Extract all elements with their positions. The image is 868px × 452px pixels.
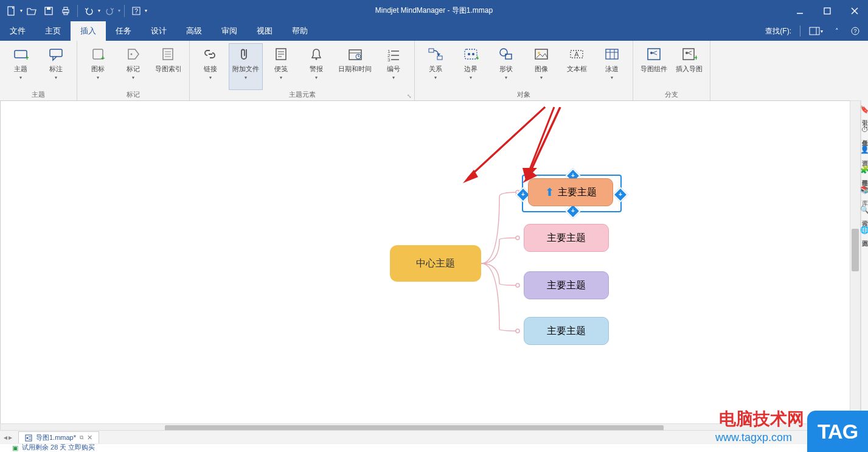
document-tab[interactable]: 导图1.mmap* ⧉ ✕ [18, 431, 99, 443]
insertmap-button[interactable]: +插入导图 [672, 43, 706, 90]
find-label[interactable]: 查找(F): [762, 21, 795, 41]
relation-button[interactable]: 关系▾ [418, 43, 453, 90]
ribbon-button-label: 图标▾ [91, 65, 105, 82]
svg-line-66 [688, 53, 692, 55]
help-button[interactable]: ? ▾ [128, 3, 147, 19]
taskpane-toggle[interactable]: ▾ [805, 21, 827, 41]
index-button[interactable]: 导图索引 [151, 43, 186, 90]
svg-text:?: ? [134, 8, 138, 15]
tab-help[interactable]: 帮助 [282, 21, 318, 41]
tab-review[interactable]: 审阅 [212, 21, 247, 41]
subtopic-label: 主要主题 [547, 232, 586, 245]
svg-text:+: + [694, 54, 697, 61]
help-corner-button[interactable]: ? [847, 21, 863, 41]
side-tab-3[interactable]: 🧩导图组件 [861, 161, 868, 181]
side-tab-0[interactable]: 🔖索引 [861, 100, 868, 120]
canvas[interactable]: 中心主题 ⬆ 主要主题 主要主题 主要主题 主要主题 [0, 100, 851, 425]
tab-task[interactable]: 任务 [106, 21, 141, 41]
attachment-button[interactable]: 附加文件▾ [229, 43, 263, 90]
dialog-launcher-icon[interactable]: ⤡ [407, 93, 412, 99]
tab-next-button[interactable]: ▸ [9, 433, 12, 442]
swimlane-icon [603, 46, 620, 63]
save-button[interactable] [41, 3, 57, 19]
central-topic-node[interactable]: 中心主题 [390, 245, 481, 282]
ribbon-group-0: +主题▾标注▾主题 [0, 41, 77, 100]
svg-rect-43 [437, 56, 442, 60]
quick-access-toolbar: ▾ ▾ ▾ ? ▾ [0, 0, 147, 21]
svg-marker-44 [437, 54, 440, 56]
tab-design[interactable]: 设计 [141, 21, 176, 41]
ribbon-button-label: 标注▾ [49, 65, 63, 82]
side-tab-5[interactable]: 🔍搜索 [861, 201, 868, 221]
new-doc-button[interactable]: ▾ [4, 3, 23, 19]
doc-tab-popout-icon[interactable]: ⧉ [80, 434, 83, 441]
subtopic-node-4[interactable]: 主要主题 [524, 317, 609, 345]
textbox-icon: A [568, 46, 585, 63]
boundary-button[interactable]: +边界▾ [454, 43, 488, 90]
image-button[interactable]: 图像▾ [524, 43, 558, 90]
doc-tabs-nav: ◂ ▸ [0, 433, 16, 442]
notes-button[interactable]: 便笺▾ [264, 43, 298, 90]
alert-button[interactable]: 警报▾ [299, 43, 333, 90]
mapparts-button[interactable]: 导图组件 [637, 43, 671, 90]
vertical-scrollbar[interactable] [850, 100, 861, 425]
ribbon-button-label: 图像▾ [535, 65, 548, 82]
scrollbar-thumb[interactable] [852, 229, 859, 271]
alert-icon [308, 46, 325, 63]
close-button[interactable] [841, 0, 868, 21]
side-tab-4[interactable]: 📚库 [861, 181, 868, 201]
numbering-button[interactable]: 123编号▾ [377, 43, 411, 90]
ribbon-collapse-button[interactable]: ˄ [832, 21, 842, 41]
svg-rect-2 [47, 7, 50, 10]
datetime-icon [347, 46, 364, 63]
doc-tab-icon [25, 434, 32, 442]
doc-tab-close-button[interactable]: ✕ [87, 434, 92, 442]
tag-button[interactable]: 标记▾ [116, 43, 150, 90]
open-button[interactable] [24, 3, 40, 19]
ribbon-button-label: 主题▾ [14, 65, 27, 82]
ribbon-group-label: 对象 [415, 90, 633, 100]
chevron-down-icon: ▾ [505, 74, 507, 82]
topic-button[interactable]: +主题▾ [4, 43, 38, 90]
ribbon-group-3: 关系▾+边界▾形状▾图像▾A文本框泳道▾对象 [415, 41, 633, 100]
datetime-button[interactable]: 日期和时间 [335, 43, 375, 90]
title-bar: ▾ ▾ ▾ ? ▾ Mindjet MindManager - 导图1.mmap [0, 0, 868, 21]
side-tab-2[interactable]: 👤资源 [861, 141, 868, 161]
status-text[interactable]: 试用剩余 28 天 立即购买 [22, 443, 95, 452]
central-topic-label: 中心主题 [416, 257, 455, 270]
chevron-down-icon: ▾ [611, 74, 613, 82]
swimlane-button[interactable]: 泳道▾ [595, 43, 629, 90]
tab-prev-button[interactable]: ◂ [4, 433, 7, 442]
callout-button[interactable]: 标注▾ [39, 43, 73, 90]
marker-button[interactable]: +图标▾ [81, 43, 115, 90]
shape-button[interactable]: 形状▾ [489, 43, 523, 90]
redo-button[interactable]: ▾ [102, 3, 120, 19]
side-tab-1[interactable]: ⏱任务信息 [861, 120, 868, 141]
chevron-down-icon: ▾ [132, 74, 134, 82]
notes-icon [273, 46, 290, 63]
tab-advanced[interactable]: 高级 [176, 21, 212, 41]
svg-rect-9 [824, 8, 830, 14]
tab-view[interactable]: 视图 [247, 21, 282, 41]
print-button[interactable] [58, 3, 74, 19]
svg-text:3: 3 [387, 57, 391, 61]
textbox-button[interactable]: A文本框 [560, 43, 594, 90]
chevron-down-icon: ▾ [97, 74, 99, 82]
chevron-down-icon: ▾ [434, 74, 437, 82]
maximize-button[interactable] [813, 0, 841, 21]
image-icon [533, 46, 550, 63]
svg-line-65 [688, 51, 692, 53]
minimize-button[interactable] [786, 0, 813, 21]
watermark-url: www.tagxp.com [715, 431, 792, 444]
marker-icon: + [89, 46, 106, 63]
side-tab-6[interactable]: 🌐浏览器 [861, 221, 868, 241]
svg-rect-4 [64, 7, 68, 10]
tab-insert[interactable]: 插入 [71, 21, 106, 41]
subtopic-node-2[interactable]: 主要主题 [524, 224, 609, 252]
tab-home[interactable]: 主页 [35, 21, 71, 41]
numbering-icon: 123 [385, 46, 402, 63]
tab-file[interactable]: 文件 [0, 21, 35, 41]
subtopic-node-3[interactable]: 主要主题 [524, 271, 609, 299]
link-button[interactable]: 链接▾ [193, 43, 227, 90]
undo-button[interactable]: ▾ [82, 3, 100, 19]
